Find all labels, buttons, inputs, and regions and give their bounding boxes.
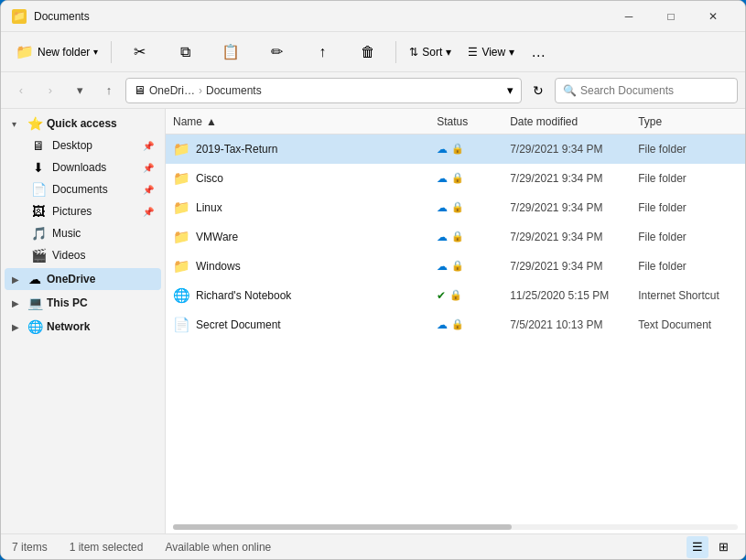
- lock-icon: 🔒: [451, 231, 464, 242]
- column-header-status[interactable]: Status: [429, 109, 503, 134]
- file-status-richards-notebook: ✔ 🔒: [429, 289, 503, 302]
- column-header-type[interactable]: Type: [631, 109, 745, 134]
- share-button[interactable]: ↑: [300, 36, 344, 69]
- cut-button[interactable]: ✂: [117, 36, 161, 69]
- sort-chevron: ▾: [446, 46, 451, 59]
- sidebar-item-onedrive[interactable]: ▶ ☁ OneDrive: [5, 268, 161, 290]
- search-box[interactable]: 🔍: [555, 78, 738, 103]
- sidebar-item-network[interactable]: ▶ 🌐 Network: [5, 316, 161, 338]
- column-header-name[interactable]: Name ▲: [166, 109, 429, 134]
- file-date-linux: 7/29/2021 9:34 PM: [503, 201, 631, 214]
- pictures-label: Pictures: [52, 205, 137, 218]
- path-icon: 🖥: [134, 83, 146, 97]
- availability-status: Available when online: [165, 541, 271, 554]
- file-row-cisco[interactable]: 📁 Cisco ☁ 🔒 7/29/2021 9:34 PM File folde…: [166, 164, 745, 193]
- view-icon: ☰: [468, 46, 478, 59]
- address-chevron: ▾: [507, 83, 514, 97]
- new-folder-button[interactable]: 📁 New folder ▾: [8, 36, 105, 69]
- tiles-view-button[interactable]: ⊞: [712, 536, 734, 558]
- filename: 2019-Tax-Return: [196, 143, 277, 156]
- file-date-cisco: 7/29/2021 9:34 PM: [503, 172, 631, 185]
- file-name-2019-tax-return: 📁 2019-Tax-Return: [166, 141, 429, 157]
- lock-icon: 🔒: [451, 318, 464, 330]
- file-row-vmware[interactable]: 📁 VMWare ☁ 🔒 7/29/2021 9:34 PM File fold…: [166, 222, 745, 252]
- filename: Richard's Notebook: [196, 289, 291, 302]
- file-date-windows: 7/29/2021 9:34 PM: [503, 260, 631, 273]
- refresh-button[interactable]: ↻: [525, 78, 551, 103]
- file-date-2019-tax-return: 7/29/2021 9:34 PM: [503, 143, 631, 156]
- paste-button[interactable]: 📋: [209, 36, 253, 69]
- file-date-secret-document: 7/5/2021 10:13 PM: [503, 318, 631, 331]
- file-status-vmware: ☁ 🔒: [429, 231, 503, 243]
- sidebar-item-this-pc[interactable]: ▶ 💻 This PC: [5, 292, 161, 314]
- back-button[interactable]: ‹: [8, 78, 34, 103]
- window-controls: ─ □ ✕: [608, 1, 734, 32]
- downloads-pin-icon: 📌: [143, 163, 154, 173]
- sidebar-section-quick-access: ▾ ⭐ Quick access 🖥 Desktop 📌 ⬇ Downloads…: [1, 113, 165, 266]
- file-date-vmware: 7/29/2021 9:34 PM: [503, 231, 631, 243]
- forward-button[interactable]: ›: [38, 78, 63, 103]
- search-input[interactable]: [580, 84, 730, 97]
- sidebar-item-music[interactable]: 🎵 Music: [12, 222, 161, 244]
- file-name-richards-notebook: 🌐 Richard's Notebook: [166, 287, 429, 304]
- details-view-button[interactable]: ☰: [687, 536, 708, 558]
- file-type-linux: File folder: [631, 201, 745, 214]
- sidebar-item-documents[interactable]: 📄 Documents 📌: [12, 178, 161, 200]
- cloud-icon: ☁: [437, 231, 448, 243]
- filename: Cisco: [196, 172, 223, 185]
- view-label: View: [481, 46, 505, 59]
- file-row-windows[interactable]: 📁 Windows ☁ 🔒 7/29/2021 9:34 PM File fol…: [166, 252, 745, 281]
- breadcrumb: OneDri… › Documents: [149, 84, 262, 97]
- onedrive-chevron: ▶: [12, 275, 23, 285]
- cloud-icon: ☁: [437, 260, 448, 273]
- sidebar-item-pictures[interactable]: 🖼 Pictures 📌: [12, 200, 161, 222]
- file-row-richards-notebook[interactable]: 🌐 Richard's Notebook ✔ 🔒 11/25/2020 5:15…: [166, 281, 745, 310]
- onedrive-label: OneDrive: [47, 273, 95, 285]
- rename-icon: ✏: [271, 43, 283, 60]
- sidebar-item-desktop[interactable]: 🖥 Desktop 📌: [12, 135, 161, 156]
- sort-button[interactable]: ⇅ Sort ▾: [402, 36, 459, 69]
- minimize-button[interactable]: ─: [608, 1, 650, 32]
- item-count: 7 items: [12, 541, 48, 554]
- music-icon: 🎵: [30, 226, 47, 241]
- column-header-date[interactable]: Date modified: [503, 109, 631, 134]
- sidebar-item-downloads[interactable]: ⬇ Downloads 📌: [12, 156, 161, 178]
- desktop-label: Desktop: [52, 139, 137, 152]
- view-button[interactable]: ☰ View ▾: [460, 36, 522, 69]
- downloads-icon: ⬇: [30, 160, 47, 175]
- sidebar-header-quick-access[interactable]: ▾ ⭐ Quick access: [5, 113, 161, 135]
- horizontal-scrollbar[interactable]: [173, 524, 738, 530]
- paste-icon: 📋: [222, 43, 240, 60]
- sidebar-item-videos[interactable]: 🎬 Videos: [12, 244, 161, 266]
- sort-icon: ⇅: [409, 46, 418, 59]
- copy-button[interactable]: ⧉: [163, 36, 207, 69]
- delete-button[interactable]: 🗑: [346, 36, 390, 69]
- file-name-cisco: 📁 Cisco: [166, 170, 429, 187]
- quick-access-items: 🖥 Desktop 📌 ⬇ Downloads 📌 📄 Documents 📌: [1, 135, 165, 266]
- crumb-2: Documents: [206, 84, 262, 97]
- recent-locations-button[interactable]: ▾: [67, 78, 92, 103]
- close-button[interactable]: ✕: [692, 1, 734, 32]
- col-date-label: Date modified: [510, 115, 578, 128]
- address-bar: ‹ › ▾ ↑ 🖥 OneDri… › Documents ▾ ↻ 🔍: [1, 72, 745, 109]
- file-row-secret-document[interactable]: 📄 Secret Document ☁ 🔒 7/5/2021 10:13 PM …: [166, 310, 745, 339]
- rename-button[interactable]: ✏: [254, 36, 298, 69]
- network-chevron: ▶: [12, 322, 23, 332]
- filename: Secret Document: [196, 318, 281, 331]
- filename: VMWare: [196, 231, 238, 243]
- address-box[interactable]: 🖥 OneDri… › Documents ▾: [125, 78, 522, 103]
- sidebar: ▾ ⭐ Quick access 🖥 Desktop 📌 ⬇ Downloads…: [1, 109, 166, 533]
- cut-icon: ✂: [134, 43, 146, 60]
- up-button[interactable]: ↑: [96, 78, 122, 103]
- crumb-1: OneDri…: [149, 84, 195, 97]
- file-row-linux[interactable]: 📁 Linux ☁ 🔒 7/29/2021 9:34 PM File folde…: [166, 193, 745, 222]
- title-bar: 📁 Documents ─ □ ✕: [1, 1, 745, 32]
- file-row-2019-tax-return[interactable]: 📁 2019-Tax-Return ☁ 🔒 7/29/2021 9:34 PM …: [166, 135, 745, 164]
- maximize-button[interactable]: □: [650, 1, 692, 32]
- more-options-button[interactable]: …: [524, 38, 553, 67]
- file-type-2019-tax-return: File folder: [631, 143, 745, 156]
- this-pc-chevron: ▶: [12, 298, 23, 308]
- downloads-label: Downloads: [52, 161, 137, 174]
- file-name-windows: 📁 Windows: [166, 258, 429, 275]
- filename: Linux: [196, 201, 222, 214]
